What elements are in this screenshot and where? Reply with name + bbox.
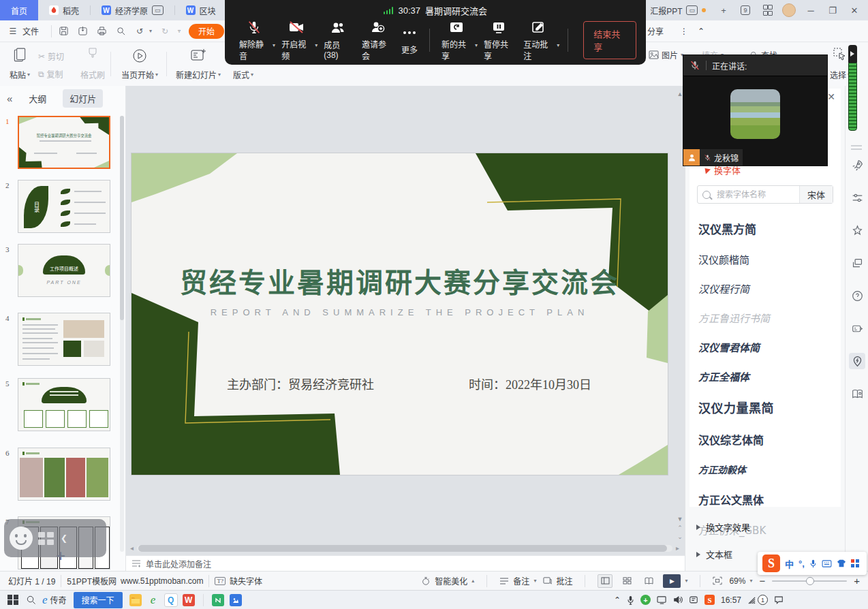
template-info[interactable]: 51PPT模板网 www.51pptmoban.com (67, 575, 203, 587)
rocket-icon[interactable] (849, 157, 865, 173)
reading-view-button[interactable] (641, 574, 656, 588)
text-effects-section[interactable]: 换文字效果 (696, 520, 750, 533)
slide-1[interactable]: 贸经专业暑期调研大赛分享交流会 REPORT AND SUMMARIZE THE… (131, 153, 668, 475)
play-from-current-button[interactable]: 当页开始▾ (117, 45, 162, 83)
zoom-slider[interactable] (772, 580, 847, 582)
slide-date[interactable]: 时间：2022年10月30日 (469, 375, 591, 392)
font-list-item[interactable]: 汉仪颜楷简 (697, 245, 833, 274)
slide-thumbnail-2[interactable]: 目录 (18, 180, 110, 233)
taskbar-search-icon[interactable] (22, 591, 40, 609)
tray-speaker-icon[interactable] (673, 595, 683, 604)
ime-keyboard-icon[interactable] (822, 560, 832, 567)
format-painter-button[interactable]: 格式刷 (76, 45, 109, 83)
help-icon[interactable] (849, 287, 865, 304)
save-button[interactable] (57, 25, 69, 37)
font-list-item[interactable]: 方正全福体 (697, 362, 833, 391)
tray-display-icon[interactable] (657, 595, 667, 604)
print-preview-button[interactable] (114, 25, 127, 37)
next-slide-button[interactable]: ⌄ (677, 533, 683, 540)
slide-thumbnail-3[interactable]: 工作项目概述 PART ONE (18, 244, 110, 297)
slide-thumbnail-6[interactable] (18, 448, 110, 501)
undo-caret[interactable]: ▾ (149, 28, 152, 34)
ie-shortcut[interactable]: e 传奇 (40, 591, 69, 609)
font-search-box[interactable]: 宋体 (697, 185, 833, 204)
missing-font-warning[interactable]: T? 缺失字体 (215, 575, 262, 587)
window-switch-icon[interactable] (849, 255, 865, 271)
more-button[interactable]: 更多 (397, 25, 422, 55)
ime-skin-icon[interactable] (837, 559, 846, 567)
tab-slides[interactable]: 幻灯片 (63, 89, 103, 108)
slide-thumbnail-1[interactable]: 贸经专业暑期调研大赛分享交流会 (18, 116, 110, 169)
youdao-dict-icon[interactable] (209, 591, 227, 609)
action-center-icon[interactable] (774, 595, 784, 604)
smart-beautify-button[interactable]: 智能美化 ▴ (421, 575, 474, 587)
tray-360-icon[interactable]: + (640, 595, 651, 605)
tab-docer[interactable]: 稻壳 (38, 0, 90, 20)
fit-to-window-icon[interactable] (713, 576, 722, 585)
copy-button[interactable]: ⧉复制 (38, 68, 63, 80)
sogou-search-button[interactable]: 搜索一下 (74, 592, 123, 608)
skin-center-icon[interactable] (849, 320, 865, 337)
hidden-icons-chevron[interactable]: ⌃ (614, 595, 621, 605)
restore-button[interactable]: ❐ (823, 0, 842, 20)
current-font-button[interactable]: 宋体 (799, 186, 833, 203)
new-tab-button[interactable]: + (714, 0, 733, 20)
zoom-level[interactable]: 69%▾ (729, 576, 752, 586)
account-avatar[interactable] (779, 0, 799, 20)
slide-thumbnail-4[interactable] (18, 313, 110, 366)
file-explorer-icon[interactable] (127, 591, 144, 609)
zoom-in-button[interactable]: + (854, 575, 860, 587)
slide-subtitle[interactable]: REPORT AND SUMMARIZE THE PROJECT PLAN (131, 307, 668, 317)
toolbar-options-caret[interactable]: ▿ (178, 28, 181, 34)
comments-button[interactable]: 批注 (543, 575, 572, 587)
invite-button[interactable]: 邀请参会 (357, 20, 397, 61)
ime-mode-chinese[interactable]: 中 (785, 557, 794, 570)
slide-title[interactable]: 贸经专业暑期调研大赛分享交流会 (131, 261, 668, 300)
tab-doc-report-ppt[interactable]: 汇报PPT ▭ (645, 5, 711, 16)
slide-sorter-view-button[interactable] (619, 574, 634, 588)
print-button[interactable] (95, 25, 108, 37)
font-search-input[interactable] (715, 189, 799, 200)
tray-microphone-icon[interactable] (627, 595, 634, 605)
members-button[interactable]: 成员(38) (319, 20, 357, 60)
picture-button[interactable]: 图片▾ (649, 49, 683, 61)
mic-volume-meter[interactable] (848, 45, 857, 131)
annotate-options-caret[interactable]: ▾ (557, 42, 559, 48)
close-button[interactable]: ✕ (845, 0, 864, 20)
ribbon-tab-start[interactable]: 开始 (189, 24, 224, 39)
export-button[interactable] (76, 25, 89, 37)
effects-star-icon[interactable] (849, 222, 865, 238)
editing-canvas[interactable]: 贸经专业暑期调研大赛分享交流会 REPORT AND SUMMARIZE THE… (126, 86, 685, 571)
new-slide-button[interactable]: 新建幻灯片▾ (172, 45, 225, 83)
font-list-item[interactable]: 方正鲁迅行书简 (697, 303, 833, 332)
scroll-down-arrow[interactable]: ▼ (677, 516, 683, 522)
ime-mic-icon[interactable] (809, 559, 817, 568)
tray-sogou-icon[interactable]: S (704, 595, 715, 605)
close-pane-icon[interactable]: ✕ (827, 91, 835, 102)
ime-punctuation-icon[interactable]: °, (799, 559, 805, 569)
font-list-item[interactable]: 汉仪雪君体简 (697, 332, 833, 362)
cut-button[interactable]: ✂剪切 (38, 50, 64, 62)
zoom-slider-thumb[interactable] (806, 577, 814, 585)
image-viewer-icon[interactable] (227, 591, 245, 609)
normal-view-button[interactable] (598, 574, 613, 588)
share-options-caret[interactable]: ▾ (475, 42, 478, 48)
scroll-left-arrow[interactable]: ◂ (130, 544, 134, 552)
sogou-logo-icon[interactable]: S (762, 555, 780, 572)
undo-button[interactable]: ↺▾ (134, 25, 152, 37)
redo-button[interactable]: ↻ (159, 25, 171, 37)
handbook-icon[interactable] (849, 386, 865, 402)
slideshow-button[interactable]: ▶▾ (663, 574, 687, 588)
tab-doc-blockchain[interactable]: W 区块 (175, 0, 227, 20)
textbox-section[interactable]: 文本框 (696, 548, 732, 561)
font-list-item[interactable]: 汉仪综艺体简 (697, 424, 833, 455)
mic-options-caret[interactable]: ▾ (273, 42, 275, 48)
zoom-out-button[interactable]: − (759, 575, 765, 587)
slide-thumbnail-5[interactable] (18, 378, 110, 431)
speaker-widget[interactable]: 正在讲话: 龙秋锦 (683, 54, 828, 166)
qq-browser-icon[interactable]: Q (162, 591, 180, 609)
start-button[interactable] (4, 591, 22, 609)
ie-browser-icon[interactable]: e (144, 591, 162, 609)
previous-slide-button[interactable]: ⌃ (677, 525, 683, 531)
more-menu-button[interactable]: ⋮ (680, 27, 688, 36)
